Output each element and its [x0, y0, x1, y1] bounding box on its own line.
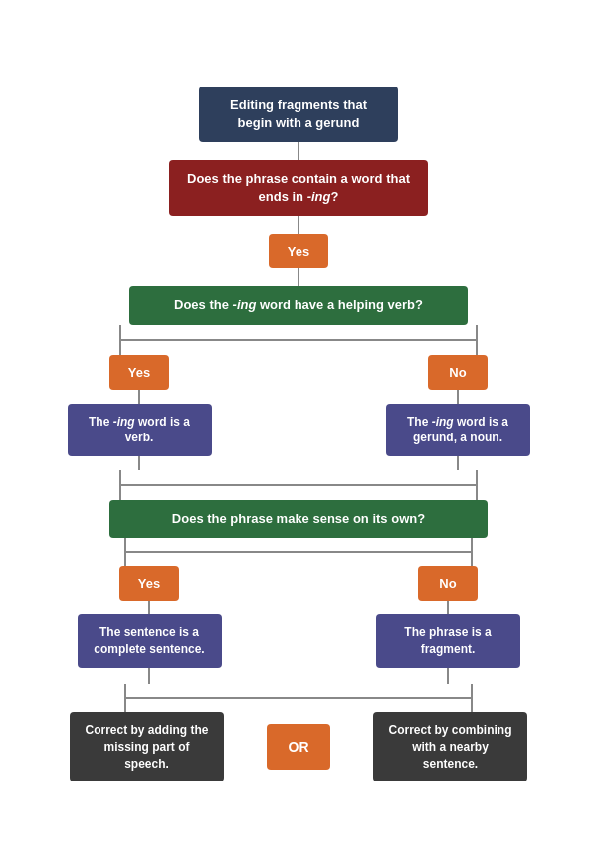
yes2-badge: Yes: [109, 355, 169, 390]
result2-node: The -ing word is a gerund, a noun.: [386, 404, 530, 457]
cv-conv2-right: [471, 684, 473, 712]
title-text: Editing fragments that begin with a geru…: [213, 96, 384, 132]
h-q3-left: [126, 551, 298, 553]
cv-no2: [457, 390, 459, 404]
no2-badge: No: [428, 355, 488, 390]
question1-text: Does the phrase contain a word that ends…: [183, 170, 414, 206]
bottom-row: Correct by adding the missing part of sp…: [70, 712, 527, 781]
or-badge: OR: [267, 724, 330, 770]
cv-yes3: [148, 601, 150, 614]
h-conv2-left: [126, 697, 298, 699]
flowchart: Editing fragments that begin with a geru…: [20, 67, 577, 802]
question3-node: Does the phrase make sense on its own?: [109, 500, 488, 538]
connector-right-conv1: [476, 470, 478, 500]
cv-no3: [447, 601, 449, 614]
result5-text: Correct by adding the missing part of sp…: [82, 722, 212, 772]
question1-node: Does the phrase contain a word that ends…: [169, 160, 428, 216]
cv-result3: [148, 668, 150, 684]
h-line-right1: [298, 339, 476, 341]
branch-yes2: Yes The -ing word is a verb.: [60, 355, 219, 471]
branch-no3: No The phrase is a fragment.: [368, 566, 527, 684]
no3-badge: No: [418, 566, 478, 601]
branch-yes3: Yes The sentence is a complete sentence.: [70, 566, 229, 684]
result2-text: The -ing word is a gerund, a noun.: [398, 414, 518, 447]
result4-node: The phrase is a fragment.: [376, 614, 520, 668]
question2-text: Does the -ing word have a helping verb?: [174, 296, 423, 314]
connector-v2: [298, 216, 299, 234]
branch-no2: No The -ing word is a gerund, a noun.: [378, 355, 537, 471]
cv-q3-right: [471, 538, 473, 566]
result6-node: Correct by combining with a nearby sente…: [373, 712, 527, 781]
result1-node: The -ing word is a verb.: [68, 404, 212, 457]
cv-yes2: [138, 390, 140, 404]
connector-v3: [298, 268, 299, 286]
yes1-badge: Yes: [269, 234, 328, 268]
result4-text: The phrase is a fragment.: [388, 624, 508, 658]
h-q3-right: [298, 551, 471, 553]
result6-text: Correct by combining with a nearby sente…: [385, 722, 515, 772]
connector-right-drop1: [476, 325, 478, 355]
cv-result2: [457, 456, 459, 470]
result5-node: Correct by adding the missing part of sp…: [70, 712, 224, 781]
h-line-conv-left: [121, 484, 476, 486]
connector-v1: [298, 142, 299, 160]
result3-node: The sentence is a complete sentence.: [78, 614, 222, 668]
h-conv2-right: [298, 697, 471, 699]
result1-text: The -ing word is a verb.: [80, 414, 200, 447]
cv-result1: [138, 456, 140, 470]
question3-text: Does the phrase make sense on its own?: [172, 510, 425, 528]
result3-text: The sentence is a complete sentence.: [90, 624, 210, 658]
h-line-left1: [121, 339, 298, 341]
cv-result4: [447, 668, 449, 684]
yes3-badge: Yes: [119, 566, 179, 601]
title-node: Editing fragments that begin with a geru…: [199, 87, 398, 142]
question2-node: Does the -ing word have a helping verb?: [129, 286, 468, 324]
